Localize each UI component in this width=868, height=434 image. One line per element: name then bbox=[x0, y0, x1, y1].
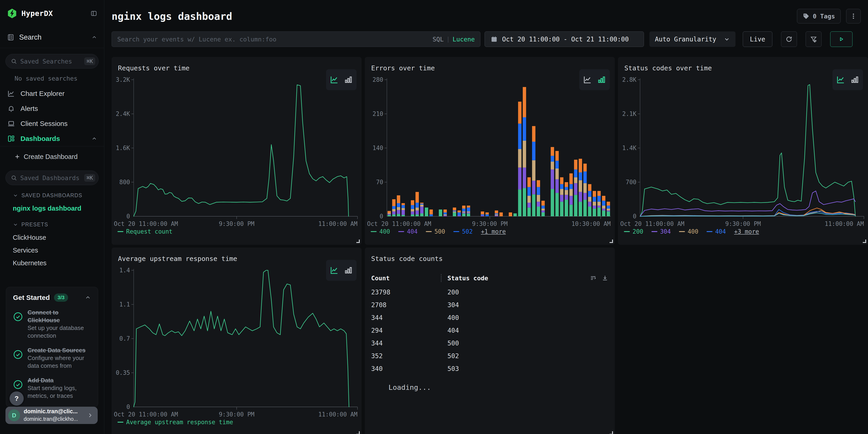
user-email: dominic.tran@clickho... bbox=[24, 416, 78, 422]
bar-chart-toggle-icon[interactable] bbox=[850, 75, 860, 85]
column-header-count[interactable]: Count bbox=[371, 275, 441, 282]
cell-status-code: 404 bbox=[441, 327, 609, 334]
filter-button[interactable] bbox=[806, 31, 822, 47]
chevron-up-icon[interactable] bbox=[85, 294, 91, 301]
line-chart-toggle-icon[interactable] bbox=[583, 75, 592, 85]
saved-dashboards-input[interactable] bbox=[20, 175, 84, 182]
get-started-step-connect[interactable]: Connect to ClickHouse Set up your databa… bbox=[13, 309, 91, 340]
panel-resize-handle[interactable] bbox=[610, 431, 613, 434]
chevron-down-icon bbox=[13, 193, 18, 198]
time-range-picker[interactable]: Oct 20 11:00:00 - Oct 21 11:00:00 bbox=[485, 31, 644, 47]
saved-dashboards-section-toggle[interactable]: SAVED DASHBOARDS bbox=[0, 189, 104, 202]
sidebar-item-client-sessions[interactable]: Client Sessions bbox=[0, 116, 104, 131]
line-chart-toggle-icon[interactable] bbox=[836, 75, 845, 85]
svg-text:700: 700 bbox=[626, 179, 637, 186]
shortcut-badge: ⌘K bbox=[84, 57, 95, 65]
table-row: 352502 bbox=[371, 349, 609, 362]
legend-item[interactable]: 502 bbox=[453, 228, 473, 235]
bar-chart-toggle-icon[interactable] bbox=[344, 75, 353, 85]
panel-resize-handle[interactable] bbox=[356, 431, 360, 434]
sidebar-collapse-button[interactable] bbox=[90, 10, 97, 17]
sidebar-item-chart-explorer[interactable]: Chart Explorer bbox=[0, 86, 104, 101]
legend-label: 304 bbox=[660, 228, 671, 235]
sidebar-item-dashboards[interactable]: Dashboards bbox=[0, 131, 104, 146]
plus-icon bbox=[14, 153, 21, 160]
sidebar-item-label: Chart Explorer bbox=[21, 90, 97, 97]
page-title: nginx logs dashboard bbox=[112, 10, 232, 22]
line-chart-toggle-icon[interactable] bbox=[330, 75, 339, 85]
legend-more-link[interactable]: +1 more bbox=[481, 228, 506, 235]
legend-label: 400 bbox=[379, 228, 390, 235]
live-button[interactable]: Live bbox=[743, 31, 772, 47]
legend-swatch bbox=[624, 231, 630, 232]
legend-item[interactable]: 400 bbox=[679, 228, 699, 235]
saved-searches-search[interactable]: ⌘K bbox=[5, 54, 99, 68]
lucene-mode-toggle[interactable]: Lucene bbox=[453, 36, 475, 43]
saved-dashboards-header: SAVED DASHBOARDS bbox=[22, 192, 83, 198]
wrap-lines-icon[interactable] bbox=[590, 275, 596, 281]
legend-label: Average upstream response time bbox=[126, 419, 233, 426]
legend: 400404500502+1 more bbox=[371, 228, 506, 235]
step-desc: Set up your database connection bbox=[28, 324, 84, 339]
get-started-step-add-data[interactable]: Add Data Start sending logs, metrics, or… bbox=[13, 376, 91, 400]
get-started-step-sources[interactable]: Create Data Sources Configure where your… bbox=[13, 346, 91, 370]
column-header-status-code[interactable]: Status code bbox=[447, 275, 590, 282]
panel-resize-handle[interactable] bbox=[863, 240, 866, 243]
saved-dashboards-search[interactable]: ⌘K bbox=[5, 170, 99, 185]
tags-button[interactable]: 0 Tags bbox=[797, 9, 841, 24]
dashboard-menu-button[interactable] bbox=[846, 9, 861, 24]
sql-mode-toggle[interactable]: SQL bbox=[433, 36, 444, 43]
panel-resize-handle[interactable] bbox=[356, 240, 360, 243]
cell-count: 23798 bbox=[371, 288, 441, 296]
line-chart-toggle-icon[interactable] bbox=[330, 266, 339, 275]
saved-searches-input[interactable] bbox=[20, 58, 84, 65]
legend: Average upstream response time bbox=[118, 419, 233, 426]
legend: 200304400404+3 more bbox=[624, 228, 759, 235]
event-search-box[interactable]: SQL | Lucene bbox=[112, 31, 480, 47]
legend-item[interactable]: 304 bbox=[651, 228, 671, 235]
presets-section-toggle[interactable]: PRESETS bbox=[0, 218, 104, 231]
svg-text:9:30:00 PM: 9:30:00 PM bbox=[219, 411, 255, 418]
sidebar-item-clickhouse[interactable]: ClickHouse bbox=[0, 231, 104, 244]
legend-item[interactable]: Request count bbox=[118, 228, 173, 235]
help-button[interactable]: ? bbox=[9, 392, 24, 406]
bar-chart-toggle-icon[interactable] bbox=[344, 266, 353, 275]
panel-resize-handle[interactable] bbox=[610, 240, 613, 243]
bar-chart-toggle-icon[interactable] bbox=[597, 75, 607, 85]
sidebar-item-services[interactable]: Services bbox=[0, 244, 104, 257]
refresh-button[interactable] bbox=[781, 31, 797, 47]
search-icon bbox=[11, 175, 17, 181]
legend-item[interactable]: 400 bbox=[371, 228, 390, 235]
svg-text:Oct 20 11:00:00 AM: Oct 20 11:00:00 AM bbox=[114, 220, 178, 227]
legend-item[interactable]: 200 bbox=[624, 228, 643, 235]
event-search-input[interactable] bbox=[117, 36, 433, 43]
svg-text:9:30:00 PM: 9:30:00 PM bbox=[472, 220, 508, 227]
legend-label: 502 bbox=[462, 228, 473, 235]
legend-item[interactable]: Average upstream response time bbox=[118, 419, 233, 426]
sidebar-item-nginx-logs-dashboard[interactable]: nginx logs dashboard bbox=[0, 202, 104, 215]
sidebar-divider bbox=[0, 146, 104, 147]
cell-status-code: 500 bbox=[441, 340, 609, 347]
sidebar-item-alerts[interactable]: Alerts bbox=[0, 101, 104, 116]
tags-label: 0 Tags bbox=[813, 13, 835, 20]
create-dashboard-button[interactable]: Create Dashboard bbox=[0, 149, 104, 165]
legend-item[interactable]: 404 bbox=[398, 228, 417, 235]
legend-item[interactable]: 404 bbox=[707, 228, 726, 235]
granularity-select[interactable]: Auto Granularity bbox=[649, 31, 736, 47]
sidebar-item-kubernetes[interactable]: Kubernetes bbox=[0, 257, 104, 269]
sidebar-item-search[interactable]: Search bbox=[0, 27, 104, 48]
download-csv-icon[interactable] bbox=[601, 275, 609, 281]
svg-text:11:00:00 AM: 11:00:00 AM bbox=[318, 411, 358, 418]
legend-swatch bbox=[371, 231, 377, 232]
user-account-button[interactable]: D dominic.tran@clic... dominic.tran@clic… bbox=[5, 407, 98, 424]
legend: Request count bbox=[118, 228, 173, 235]
get-started-title: Get Started bbox=[13, 294, 50, 302]
legend-more-link[interactable]: +3 more bbox=[734, 228, 759, 235]
legend-swatch bbox=[453, 231, 459, 232]
run-query-button[interactable] bbox=[830, 31, 852, 47]
legend-item[interactable]: 500 bbox=[426, 228, 445, 235]
chart-type-toggle bbox=[833, 69, 863, 90]
chart-type-toggle bbox=[326, 69, 356, 90]
svg-text:11:00:00 AM: 11:00:00 AM bbox=[318, 220, 358, 227]
column-separator[interactable] bbox=[441, 274, 441, 282]
